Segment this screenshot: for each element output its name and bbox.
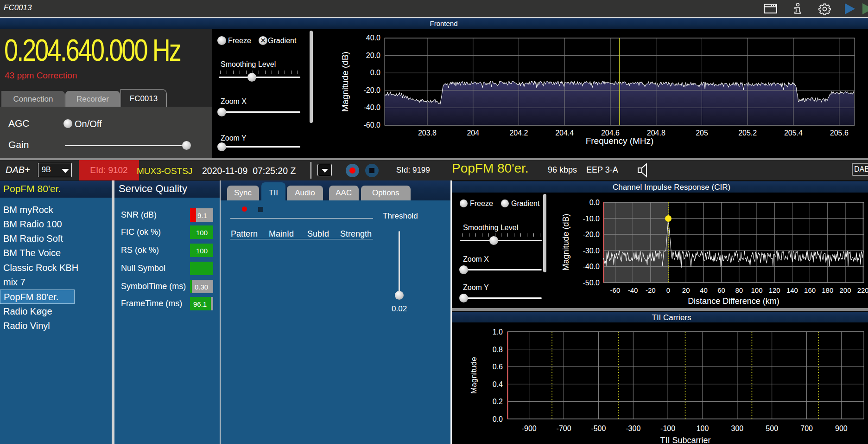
svg-text:-20.0: -20.0 xyxy=(364,86,381,94)
svg-text:-60: -60 xyxy=(610,286,621,294)
svg-text:Magnitude (dB): Magnitude (dB) xyxy=(340,51,350,112)
svg-text:180: 180 xyxy=(822,286,833,294)
svg-text:40: 40 xyxy=(700,286,708,294)
svg-text:1.0: 1.0 xyxy=(493,328,503,336)
svg-text:120: 120 xyxy=(769,286,780,294)
svg-text:205.2: 205.2 xyxy=(738,129,757,137)
svg-text:500: 500 xyxy=(766,425,778,432)
svg-text:205: 205 xyxy=(696,129,708,137)
svg-text:-20.0: -20.0 xyxy=(583,231,600,238)
svg-text:205.4: 205.4 xyxy=(784,129,803,137)
svg-text:0.0: 0.0 xyxy=(370,69,380,77)
svg-text:100: 100 xyxy=(697,425,709,432)
svg-text:40.0: 40.0 xyxy=(366,34,380,42)
svg-text:-700: -700 xyxy=(557,425,571,432)
svg-text:20.0: 20.0 xyxy=(366,51,380,59)
svg-text:-500: -500 xyxy=(591,425,606,432)
svg-text:0.4: 0.4 xyxy=(493,380,503,388)
svg-text:220: 220 xyxy=(857,286,868,294)
svg-text:-40: -40 xyxy=(628,286,638,294)
svg-text:300: 300 xyxy=(731,425,744,432)
svg-text:-30.0: -30.0 xyxy=(583,247,600,255)
svg-text:204.2: 204.2 xyxy=(509,129,528,137)
svg-text:-60.0: -60.0 xyxy=(364,121,381,129)
svg-text:-40.0: -40.0 xyxy=(583,263,600,270)
svg-text:900: 900 xyxy=(835,425,848,432)
svg-text:203.8: 203.8 xyxy=(418,129,437,137)
svg-text:0.0: 0.0 xyxy=(589,199,600,206)
svg-text:60: 60 xyxy=(717,286,725,294)
svg-text:204.4: 204.4 xyxy=(555,129,574,137)
svg-text:Magnitude (dB): Magnitude (dB) xyxy=(561,213,570,270)
svg-text:-20: -20 xyxy=(646,286,656,294)
svg-text:-100: -100 xyxy=(660,425,675,432)
svg-text:700: 700 xyxy=(800,425,813,432)
svg-text:-900: -900 xyxy=(522,425,537,432)
svg-text:TII Subcarrier: TII Subcarrier xyxy=(660,436,710,444)
svg-text:200: 200 xyxy=(839,286,851,294)
svg-text:160: 160 xyxy=(804,286,816,294)
svg-text:0: 0 xyxy=(666,286,670,294)
svg-text:Distance Difference (km): Distance Difference (km) xyxy=(688,296,779,306)
svg-text:0.8: 0.8 xyxy=(493,346,503,354)
svg-text:205.6: 205.6 xyxy=(830,129,849,137)
svg-text:0.2: 0.2 xyxy=(493,398,503,405)
svg-text:20: 20 xyxy=(682,286,690,294)
svg-text:100: 100 xyxy=(751,286,762,294)
svg-text:-50.0: -50.0 xyxy=(583,279,600,287)
svg-text:0.6: 0.6 xyxy=(493,363,503,371)
svg-text:204: 204 xyxy=(467,129,479,137)
svg-text:-40.0: -40.0 xyxy=(364,103,381,111)
svg-text:-300: -300 xyxy=(626,425,640,432)
svg-text:Magnitude: Magnitude xyxy=(469,357,478,393)
svg-text:-10.0: -10.0 xyxy=(583,215,600,223)
svg-text:140: 140 xyxy=(786,286,798,294)
svg-text:0.0: 0.0 xyxy=(493,415,503,423)
svg-text:Frequency (MHz): Frequency (MHz) xyxy=(586,136,654,146)
svg-text:80: 80 xyxy=(735,286,743,294)
